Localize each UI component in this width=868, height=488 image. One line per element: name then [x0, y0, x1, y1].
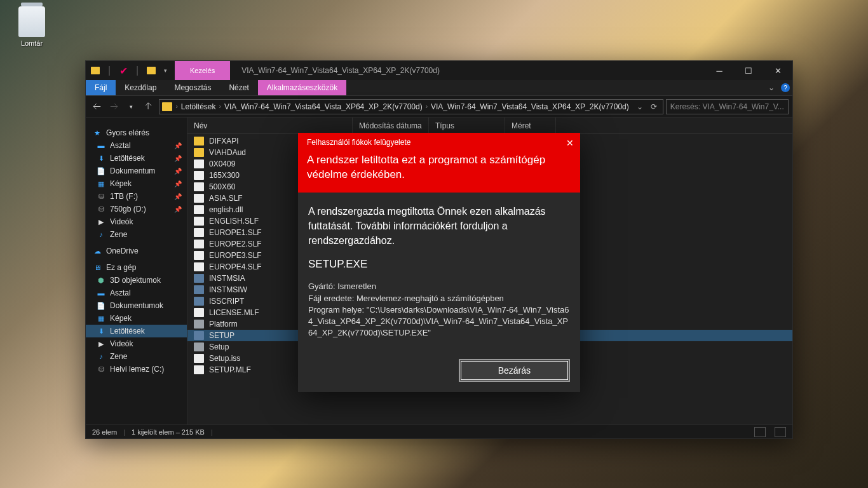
uac-close-action-button[interactable]: Bezárás [459, 359, 570, 382]
drive-icon: ⛁ [96, 192, 106, 201]
qat-check-icon[interactable]: ✔ [118, 65, 129, 76]
drive-icon: ⛁ [96, 205, 106, 214]
uac-title-small: Felhasználói fiókok felügyelete [307, 138, 571, 147]
sidebar-item-downloads[interactable]: ⬇Letöltések📌 [86, 152, 187, 165]
sidebar-onedrive[interactable]: ☁OneDrive [86, 245, 187, 257]
navigation-pane[interactable]: ★Gyors elérés ▬Asztal📌 ⬇Letöltések📌 📄Dok… [86, 118, 187, 424]
status-item-count: 26 elem [92, 428, 117, 436]
cube-icon: ⬢ [96, 276, 106, 285]
view-details-icon[interactable] [754, 427, 766, 437]
file-name: Setup.iss [209, 354, 240, 363]
download-icon: ⬇ [96, 327, 106, 336]
ribbon-tab-view[interactable]: Nézet [220, 80, 257, 95]
maximize-button[interactable]: ☐ [734, 61, 763, 80]
sidebar-item-local-disk[interactable]: ⛁Helvi lemez (C:) [86, 363, 187, 376]
file-name: EUROPE2.SLF [209, 240, 262, 248]
sidebar-item-documents[interactable]: 📄Dokumentum📌 [86, 165, 187, 177]
file-name: DIFXAPI [209, 137, 239, 146]
close-button[interactable]: ✕ [763, 61, 792, 80]
breadcrumb[interactable]: Letöltések [179, 102, 218, 111]
pin-icon: 📌 [174, 142, 182, 149]
sidebar-item-videos[interactable]: ▶Videók [86, 337, 187, 350]
qat-separator: | [132, 65, 143, 76]
desktop-icon: ▬ [96, 141, 106, 150]
pictures-icon: ▦ [96, 314, 106, 323]
column-size[interactable]: Méret [505, 118, 556, 133]
address-bar[interactable]: › Letöltések › VIA_Win7-64_Win7_Vista64_… [159, 99, 663, 114]
sidebar-this-pc[interactable]: 🖥Ez a gép [86, 261, 187, 274]
file-name: 0X0409 [209, 159, 235, 168]
column-modified[interactable]: Módosítás dátuma [353, 118, 429, 133]
sidebar-item-pictures[interactable]: ▦Képek📌 [86, 177, 187, 190]
sidebar-item-desktop[interactable]: ▬Asztal [86, 287, 187, 299]
nav-up-button[interactable]: 🡡 [141, 99, 156, 114]
ribbon-tab-file[interactable]: Fájl [86, 80, 116, 95]
minimize-button[interactable]: ─ [705, 61, 734, 80]
column-headers: Név Módosítás dátuma Típus Méret [187, 118, 792, 134]
navigation-bar: 🡠 🡢 ▾ 🡡 › Letöltések › VIA_Win7-64_Win7_… [86, 96, 792, 118]
sidebar-item-drive[interactable]: ⛁1TB (F:)📌 [86, 190, 187, 203]
uac-exe-name: SETUP.EXE [308, 258, 570, 271]
file-icon [194, 171, 204, 180]
exe-icon [194, 297, 204, 306]
sidebar-item-videos[interactable]: ▶Videók [86, 215, 187, 228]
uac-close-button[interactable]: ✕ [566, 138, 574, 148]
ribbon-tab-share[interactable]: Megosztás [165, 80, 220, 95]
music-icon: ♪ [96, 230, 106, 239]
sidebar-item-drive[interactable]: ⛁750gb (D:)📌 [86, 203, 187, 215]
qat-dropdown-icon[interactable]: ▾ [159, 65, 171, 76]
folder-icon [194, 137, 204, 146]
window-controls: ─ ☐ ✕ [705, 61, 792, 80]
search-input[interactable]: Keresés: VIA_Win7-64_Win7_V... [666, 99, 789, 114]
manage-tab[interactable]: Kezelés [175, 61, 230, 80]
file-icon [194, 228, 204, 237]
sidebar-item-pictures[interactable]: ▦Képek [86, 312, 187, 325]
breadcrumb[interactable]: VIA_Win7-64_Win7_Vista64_Vista_XP64_XP_2… [429, 102, 631, 111]
column-name[interactable]: Név [187, 118, 353, 133]
nav-history-icon[interactable]: ▾ [124, 99, 139, 114]
file-name: INSTMSIW [209, 285, 247, 294]
help-button[interactable]: ? [778, 80, 792, 95]
nav-back-button[interactable]: 🡠 [90, 99, 104, 114]
uac-footer: Bezárás [298, 359, 580, 392]
ribbon-tabs: Fájl Kezdőlap Megosztás Nézet Alkalmazás… [86, 80, 792, 96]
chevron-right-icon: › [426, 103, 428, 110]
exe-icon [194, 285, 204, 294]
uac-message: A rendszergazda megtiltotta Önnek ezen a… [308, 204, 570, 248]
sidebar-item-music[interactable]: ♪Zene [86, 228, 187, 241]
download-icon: ⬇ [96, 154, 106, 163]
ribbon-tab-apptools[interactable]: Alkalmazáseszközök [258, 80, 346, 95]
folder-icon[interactable] [146, 65, 157, 76]
file-icon [194, 251, 204, 260]
file-name: Platform [209, 320, 238, 329]
ribbon-tab-home[interactable]: Kezdőlap [116, 80, 165, 95]
title-bar[interactable]: | ✔ | ▾ Kezelés VIA_Win7-64_Win7_Vista64… [86, 61, 792, 80]
address-dropdown-icon[interactable]: ⌄ [634, 102, 646, 111]
file-icon [194, 262, 204, 271]
status-bar: 26 elem | 1 kijelölt elem – 215 KB | [86, 424, 792, 438]
ribbon-collapse-icon[interactable]: ⌄ [764, 80, 778, 95]
uac-title-main: A rendszer letiltotta ezt a programot a … [307, 153, 571, 182]
sidebar-quick-access[interactable]: ★Gyors elérés [86, 126, 187, 139]
quick-access-toolbar: | ✔ | ▾ [86, 65, 175, 76]
window-title: VIA_Win7-64_Win7_Vista64_Vista_XP64_XP_2… [230, 66, 705, 75]
music-icon: ♪ [96, 352, 106, 361]
file-name: ISSCRIPT [209, 297, 244, 306]
uac-body: A rendszergazda megtiltotta Önnek ezen a… [298, 193, 580, 360]
file-name: Setup [209, 342, 229, 351]
sidebar-item-3d-objects[interactable]: ⬢3D objektumok [86, 274, 187, 287]
column-type[interactable]: Típus [429, 118, 505, 133]
view-icons-icon[interactable] [775, 427, 786, 437]
refresh-icon[interactable]: ⟳ [648, 102, 660, 111]
sidebar-item-desktop[interactable]: ▬Asztal📌 [86, 139, 187, 152]
folder-icon [90, 65, 101, 76]
pictures-icon: ▦ [96, 179, 106, 188]
sidebar-item-downloads[interactable]: ⬇Letöltések [86, 325, 187, 337]
breadcrumb[interactable]: VIA_Win7-64_Win7_Vista64_Vista_XP64_XP_2… [222, 102, 424, 111]
file-name: SETUP.MLF [209, 365, 251, 374]
exe-icon [194, 274, 204, 283]
sidebar-item-music[interactable]: ♪Zene [86, 350, 187, 363]
sidebar-item-documents[interactable]: 📄Dokumentumok [86, 299, 187, 312]
desktop-recycle-bin[interactable]: Lomtár [10, 6, 54, 47]
nav-forward-button[interactable]: 🡢 [107, 99, 121, 114]
